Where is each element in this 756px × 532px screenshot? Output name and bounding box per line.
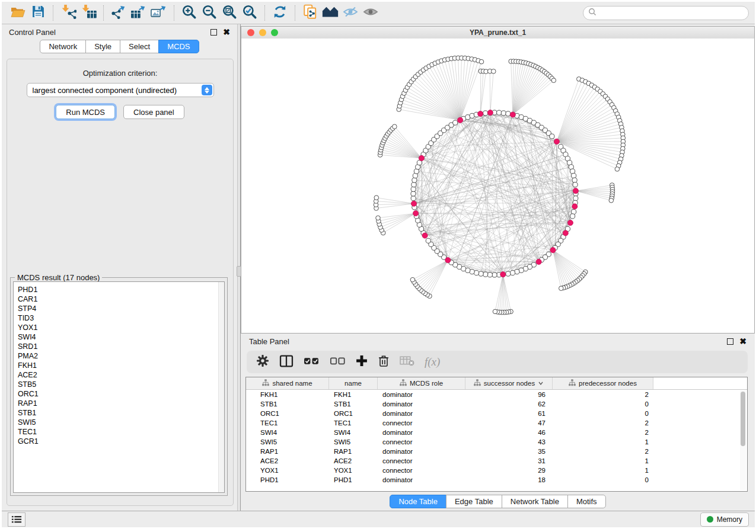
table-cell[interactable]: dominator [378,428,465,437]
mcds-result-item[interactable]: TID3 [18,313,224,323]
table-cell[interactable]: 61 [465,409,553,418]
mcds-result-item[interactable]: STP4 [18,304,224,313]
table-cell[interactable]: FKH1 [246,390,329,399]
mcds-result-item[interactable]: GCR1 [18,437,224,446]
zoom-in-button[interactable] [179,4,199,22]
table-cell[interactable]: 0 [553,475,653,485]
table-cell[interactable]: 18 [465,475,553,485]
table-cell[interactable]: dominator [378,475,465,485]
mcds-result-item[interactable]: STB1 [18,408,224,418]
table-cell[interactable]: 1 [553,437,653,447]
table-cell[interactable]: connector [378,437,465,447]
table-row[interactable]: SWI4SWI4dominator462 [246,428,747,437]
mcds-result-item[interactable]: SWI5 [18,418,224,427]
table-cell[interactable]: 29 [465,466,553,475]
table-scrollbar-thumb[interactable] [741,392,745,446]
table-cell[interactable]: ACE2 [329,456,378,466]
copy-network-button[interactable] [300,4,320,22]
mcds-result-item[interactable]: FKH1 [18,361,224,370]
save-button[interactable] [28,4,48,22]
maximize-window-icon[interactable] [271,29,278,36]
table-cell[interactable]: SWI5 [246,437,329,447]
mcds-result-item[interactable]: CAR1 [18,294,224,304]
mcds-result-item[interactable]: YOX1 [18,323,224,332]
network-canvas[interactable] [241,39,754,333]
table-cell[interactable]: 35 [465,447,553,456]
mcds-result-item[interactable]: PMA2 [18,351,224,361]
table-cell[interactable]: connector [378,418,465,428]
tab-mcds[interactable]: MCDS [158,40,199,53]
add-button[interactable] [356,355,368,369]
mcds-result-item[interactable]: ACE2 [18,370,224,380]
close-window-icon[interactable] [247,29,254,36]
mcds-result-item[interactable]: ORC1 [18,389,224,399]
criterion-dropdown[interactable]: largest connected component (undirected) [27,83,214,97]
table-cell[interactable]: YOX1 [246,466,329,475]
table-cell[interactable]: 1 [553,466,653,475]
export-table-button[interactable] [129,4,149,22]
table-row[interactable]: ACE2ACE2connector311 [246,456,747,466]
table-cell[interactable]: 46 [465,428,553,437]
gear-button[interactable] [256,354,269,370]
table-row[interactable]: PHD1PHD1dominator180 [246,475,747,485]
table-cell[interactable]: 62 [465,399,553,409]
mcds-result-item[interactable]: RAP1 [18,399,224,408]
float-panel-icon[interactable] [210,29,217,36]
tab-motifs[interactable]: Motifs [567,495,606,508]
import-network-button[interactable] [58,4,78,22]
search-input[interactable] [599,8,748,18]
table-cell[interactable]: 2 [553,418,653,428]
table-cell[interactable]: 2 [553,390,653,399]
table-row[interactable]: RAP1RAP1dominator352 [246,447,747,456]
select-all-button[interactable] [304,357,320,368]
zoom-fit-button[interactable] [219,4,240,22]
network-window-titlebar[interactable]: YPA_prune.txt_1 [241,27,754,39]
mcds-result-item[interactable]: PHD1 [18,285,224,294]
column-header-successor-nodes[interactable]: successor nodes [465,377,553,389]
table-cell[interactable]: dominator [378,409,465,418]
run-mcds-button[interactable]: Run MCDS [56,105,115,119]
zoom-out-button[interactable] [199,4,219,22]
table-cell[interactable]: 1 [553,456,653,466]
table-cell[interactable]: PHD1 [246,475,329,485]
table-cell[interactable]: SWI4 [329,428,378,437]
delete-button[interactable] [378,354,390,370]
mcds-list-scrollbar[interactable] [218,282,224,492]
table-scrollbar[interactable] [740,390,746,490]
float-panel-icon[interactable] [727,338,733,345]
table-cell[interactable]: PHD1 [329,475,378,485]
search-field[interactable] [583,6,749,20]
table-cell[interactable]: 31 [465,456,553,466]
mcds-result-item[interactable]: SWI4 [18,332,224,342]
tab-network[interactable]: Network [40,40,86,53]
table-row[interactable]: YOX1YOX1connector291 [246,466,747,475]
table-cell[interactable]: 2 [553,428,653,437]
mcds-result-item[interactable]: TEC1 [18,427,224,437]
table-cell[interactable]: SWI4 [246,428,329,437]
table-cell[interactable]: STB1 [246,399,329,409]
open-file-button[interactable] [8,4,28,22]
tab-select[interactable]: Select [120,40,159,53]
memory-button[interactable]: Memory [700,512,749,527]
close-panel-icon[interactable]: ✖ [739,338,747,344]
refresh-button[interactable] [270,4,290,22]
column-header-MCDS-role[interactable]: MCDS role [378,377,465,389]
column-header-predecessor-nodes[interactable]: predecessor nodes [553,377,653,389]
export-network-button[interactable] [109,4,129,22]
table-cell[interactable]: dominator [378,447,465,456]
close-panel-icon[interactable]: ✖ [223,29,230,35]
table-cell[interactable]: STB1 [329,399,378,409]
table-cell[interactable]: TEC1 [329,418,378,428]
split-panel-button[interactable] [279,355,294,370]
tab-edge-table[interactable]: Edge Table [446,495,502,508]
table-row[interactable]: ORC1ORC1dominator610 [246,409,747,418]
table-cell[interactable]: 47 [465,418,553,428]
mcds-result-item[interactable]: STB5 [18,380,224,389]
show-panels-button[interactable] [8,512,25,527]
table-cell[interactable]: 96 [465,390,553,399]
tab-network-table[interactable]: Network Table [502,495,568,508]
table-cell[interactable]: TEC1 [246,418,329,428]
table-cell[interactable]: connector [378,466,465,475]
first-neighbors-button[interactable] [320,4,340,22]
table-cell[interactable]: 43 [465,437,553,447]
